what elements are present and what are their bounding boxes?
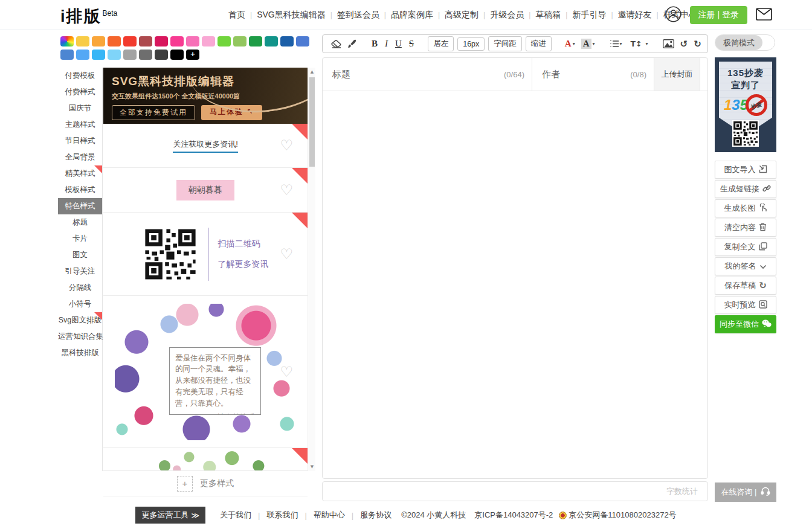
police-license[interactable]: 京公安网备11010802023272号	[569, 510, 676, 521]
rainbow-color-swatch[interactable]	[60, 36, 74, 46]
category-item-精美样式[interactable]: 精美样式	[58, 165, 102, 182]
nav-item-upgrade-vip[interactable]: 升级会员	[490, 10, 524, 21]
font-size-button[interactable]: 16px	[457, 37, 485, 51]
clear-content-button[interactable]: 清空内容	[715, 219, 776, 237]
nav-item-signin-vip[interactable]: 签到送会员	[337, 10, 379, 21]
author-input[interactable]: 作者 (0/8)	[532, 58, 654, 91]
color-swatch[interactable]	[139, 36, 152, 46]
color-swatch[interactable]	[202, 36, 215, 46]
favorite-heart-icon[interactable]: ♡	[280, 365, 293, 379]
category-item-黑科技排版[interactable]: 黑科技排版	[58, 345, 102, 361]
title-input[interactable]: 标题 (0/64)	[323, 58, 532, 91]
category-item-标题[interactable]: 标题	[58, 214, 102, 231]
format-brush-icon[interactable]	[347, 39, 356, 48]
online-support-button[interactable]: 在线咨询 |	[715, 483, 776, 502]
favorite-heart-icon[interactable]: ♡	[280, 138, 293, 153]
strikethrough-button[interactable]: S	[409, 39, 414, 49]
more-styles-button[interactable]: + 更多样式	[103, 471, 308, 496]
logo[interactable]: i排版Beta	[60, 5, 117, 27]
color-swatch[interactable]	[265, 36, 278, 46]
my-signature-button[interactable]: 我的签名	[715, 257, 776, 275]
italic-button[interactable]: I	[385, 39, 388, 49]
color-swatch[interactable]	[76, 50, 89, 60]
underline-button[interactable]: U	[395, 39, 402, 49]
footer-link-terms[interactable]: 服务协议	[360, 510, 392, 521]
category-item-全局背景[interactable]: 全局背景	[58, 149, 102, 165]
scroll-up-icon[interactable]: ▲	[308, 69, 316, 74]
color-swatch[interactable]	[170, 36, 184, 46]
category-item-小符号[interactable]: 小符号	[58, 296, 102, 312]
nav-item-custom[interactable]: 高级定制	[445, 10, 478, 21]
color-swatch[interactable]	[155, 50, 168, 60]
color-swatch[interactable]	[296, 36, 309, 46]
color-swatch[interactable]	[139, 50, 152, 60]
icp-license[interactable]: 京ICP备14043207号-2	[474, 510, 553, 521]
category-item-运营知识合集[interactable]: 运营知识合集	[58, 329, 102, 345]
color-swatch[interactable]	[155, 36, 168, 46]
scrollbar-thumb[interactable]	[309, 77, 315, 167]
ordered-list-button[interactable]: ▾	[610, 40, 622, 48]
category-item-卡片[interactable]: 卡片	[58, 231, 102, 247]
favorite-heart-icon[interactable]: ♡	[280, 247, 293, 261]
minimal-mode-toggle[interactable]: 极简模式	[715, 34, 775, 51]
banner-try-now-button[interactable]: 马上体验 ↖	[201, 105, 262, 120]
letter-spacing-button[interactable]: 字间距	[488, 36, 522, 51]
category-item-Svg图文排版[interactable]: Svg图文排版	[58, 312, 102, 329]
color-swatch[interactable]	[108, 36, 121, 46]
favorite-heart-icon[interactable]: ♡	[280, 183, 293, 197]
undo-icon[interactable]: ↺	[680, 39, 688, 50]
copy-all-button[interactable]: 复制全文	[715, 238, 776, 256]
upload-cover-button[interactable]: 上传封面	[654, 58, 700, 91]
category-item-特色样式[interactable]: 特色样式	[58, 198, 102, 214]
bold-button[interactable]: B	[372, 39, 378, 49]
color-swatch[interactable]	[170, 50, 184, 60]
color-swatch[interactable]	[249, 36, 262, 46]
align-button[interactable]: 居左	[428, 36, 454, 51]
nav-item-svg-editor[interactable]: SVG黑科技编辑器	[257, 10, 326, 21]
category-item-付费样式[interactable]: 付费样式	[58, 84, 102, 100]
color-swatch[interactable]	[123, 50, 137, 60]
category-item-引导关注[interactable]: 引导关注	[58, 263, 102, 280]
format-eraser-icon[interactable]	[331, 40, 341, 48]
footer-link-help[interactable]: 帮助中心	[314, 510, 345, 521]
add-color-swatch[interactable]: +	[186, 50, 199, 60]
line-height-button[interactable]: T↕▾	[628, 39, 648, 48]
category-item-模板样式[interactable]: 模板样式	[58, 182, 102, 198]
nav-item-invite-friends[interactable]: 邀请好友	[618, 10, 652, 21]
color-swatch[interactable]	[280, 36, 294, 46]
style-card-greenery[interactable]	[103, 448, 308, 471]
color-swatch[interactable]	[92, 36, 105, 46]
short-link-button[interactable]: 生成短链接	[715, 180, 776, 198]
footer-link-contact[interactable]: 联系我们	[266, 510, 298, 521]
style-card-qrcode[interactable]: 扫描二维码 了解更多资讯 ♡	[103, 213, 308, 296]
nav-item-brand-cases[interactable]: 品牌案例库	[391, 10, 433, 21]
color-swatch[interactable]	[123, 36, 137, 46]
color-swatch[interactable]	[108, 50, 121, 60]
user-avatar-icon[interactable]	[665, 6, 682, 25]
insert-image-button[interactable]	[663, 39, 674, 48]
sync-to-wechat-button[interactable]: 同步至微信	[715, 315, 776, 333]
color-swatch[interactable]	[218, 36, 231, 46]
more-tools-button[interactable]: 更多运营工具≫	[135, 507, 205, 524]
banner-free-trial-button[interactable]: 全部支持免费试用	[112, 105, 195, 120]
editor-content-area[interactable]	[323, 91, 707, 478]
category-item-国庆节[interactable]: 国庆节	[58, 100, 102, 117]
color-swatch[interactable]	[186, 36, 199, 46]
mail-icon[interactable]	[756, 8, 772, 23]
indent-button[interactable]: 缩进	[526, 36, 552, 51]
plagiarism-promo-banner[interactable]: 135抄袭 宣判了 135 抄袭	[715, 57, 776, 152]
register-login-button[interactable]: 注册 | 登录	[690, 6, 747, 24]
scroll-down-icon[interactable]: ▼	[308, 464, 316, 469]
category-item-付费模板[interactable]: 付费模板	[58, 68, 102, 84]
styles-scrollbar[interactable]: ▲ ▼	[308, 68, 315, 471]
category-item-分隔线[interactable]: 分隔线	[58, 280, 102, 296]
style-card-follow[interactable]: 关注获取更多资讯! ♡	[103, 124, 308, 168]
word-count-label[interactable]: 字数统计	[666, 487, 698, 496]
color-swatch[interactable]	[60, 50, 74, 60]
long-image-button[interactable]: 生成长图	[715, 199, 776, 217]
category-item-图文[interactable]: 图文	[58, 247, 102, 263]
live-preview-button[interactable]: 实时预览	[715, 296, 776, 314]
category-item-主题样式[interactable]: 主题样式	[58, 117, 102, 133]
category-item-节日样式[interactable]: 节日样式	[58, 133, 102, 149]
highlight-color-button[interactable]: A▾	[581, 39, 595, 49]
